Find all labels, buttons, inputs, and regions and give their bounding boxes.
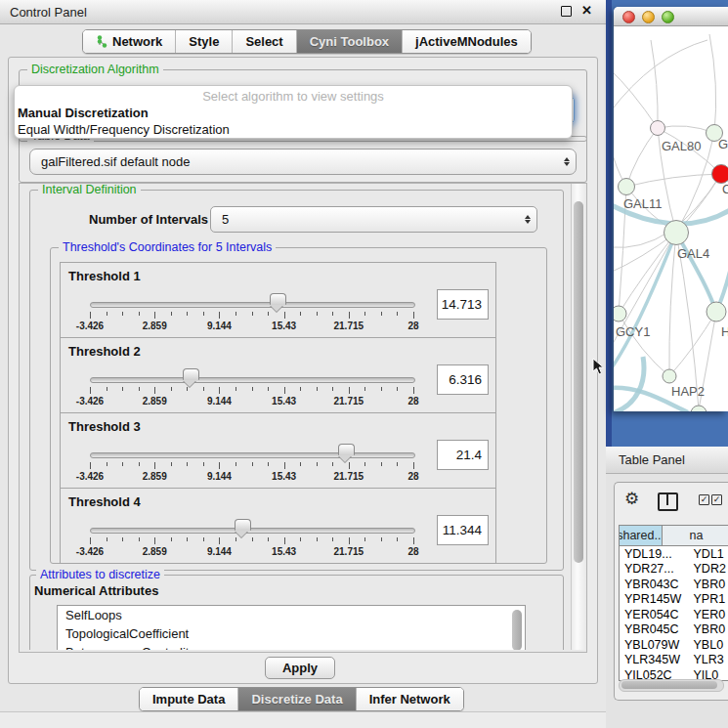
- slider-thumb[interactable]: [338, 444, 355, 455]
- number-of-intervals-combobox[interactable]: 5: [210, 206, 537, 233]
- table-cell-name[interactable]: YER0: [690, 608, 728, 621]
- table-cell-shared-name[interactable]: YBR043C: [620, 578, 690, 591]
- network-node[interactable]: [651, 121, 665, 136]
- network-node[interactable]: [712, 165, 728, 184]
- network-node[interactable]: [619, 179, 635, 195]
- slider-tick: [154, 312, 155, 319]
- network-edge-highlighted[interactable]: [676, 233, 716, 312]
- network-node[interactable]: [663, 369, 676, 383]
- tab-select[interactable]: Select: [232, 30, 295, 53]
- vertical-scrollbar-thumb[interactable]: [574, 201, 583, 563]
- threshold-value-field[interactable]: 6.316: [437, 364, 489, 395]
- slider-thumb[interactable]: [270, 293, 286, 305]
- columns-icon[interactable]: [658, 492, 678, 511]
- attribute-list-item[interactable]: TopologicalCoefficient: [58, 624, 525, 643]
- table-cell-shared-name[interactable]: YLR345W: [620, 653, 690, 666]
- column-header-shared-name[interactable]: shared...: [620, 526, 663, 545]
- dropdown-item-equal-width[interactable]: Equal Width/Frequency Discretization: [15, 121, 572, 138]
- column-header-name[interactable]: na: [663, 526, 728, 545]
- network-edge[interactable]: [669, 233, 676, 376]
- table-cell-name[interactable]: YLR3: [690, 653, 728, 666]
- table-cell-name[interactable]: YDR2: [690, 562, 728, 576]
- network-node[interactable]: [614, 306, 626, 321]
- tab-jactivemnodules[interactable]: jActiveMNodules: [402, 30, 531, 53]
- checkbox-icon[interactable]: ✓: [699, 494, 709, 505]
- minimize-traffic-light-icon[interactable]: [642, 11, 655, 23]
- table-cell-shared-name[interactable]: YBR045C: [620, 622, 690, 636]
- table-row[interactable]: YDL19...YDL1: [620, 546, 728, 562]
- table-row[interactable]: YDR27...YDR2: [620, 562, 728, 578]
- checkbox-icon[interactable]: ✓: [711, 494, 722, 505]
- table-cell-shared-name[interactable]: YER054C: [620, 608, 690, 621]
- zoom-traffic-light-icon[interactable]: [662, 11, 674, 23]
- network-edge[interactable]: [626, 174, 721, 187]
- subtab-discretize-data[interactable]: Discretize Data: [237, 688, 355, 710]
- table-cell-shared-name[interactable]: YPR145W: [620, 592, 690, 606]
- threshold-panel: Threshold 2-3.4262.8599.14415.4321.71528…: [60, 337, 496, 413]
- horizontal-scrollbar[interactable]: [619, 679, 724, 692]
- table-cell-name[interactable]: YDL1: [690, 547, 728, 561]
- network-edge-highlighted[interactable]: [614, 357, 644, 411]
- network-edge[interactable]: [626, 128, 658, 187]
- slider-thumb[interactable]: [183, 368, 199, 380]
- numerical-attributes-list[interactable]: SelfLoopsTopologicalCoefficientBetweenne…: [57, 605, 526, 650]
- threshold-value-field[interactable]: 14.713: [437, 289, 489, 320]
- slider-track[interactable]: [90, 377, 415, 383]
- slider-tick: [300, 312, 301, 316]
- list-scrollbar[interactable]: [512, 608, 523, 650]
- dropdown-prompt-item[interactable]: Select algorithm to view settings: [15, 89, 572, 105]
- table-cell-shared-name[interactable]: YBL079W: [620, 638, 690, 652]
- vertical-scrollbar[interactable]: [571, 184, 586, 650]
- slider-tick: [171, 387, 172, 391]
- table-cell-name[interactable]: YPR1: [690, 592, 728, 606]
- table-cell-name[interactable]: YBL0: [690, 638, 728, 652]
- attribute-list-item[interactable]: SelfLoops: [58, 606, 525, 624]
- slider-thumb[interactable]: [235, 519, 251, 531]
- table-cell-shared-name[interactable]: YDR27...: [620, 562, 690, 576]
- tab-style[interactable]: Style: [175, 30, 232, 53]
- slider-tick: [107, 312, 107, 316]
- subtab-infer-network[interactable]: Infer Network: [356, 688, 463, 710]
- table-row[interactable]: YLR345WYLR3: [620, 653, 728, 668]
- gear-icon[interactable]: ⚙: [624, 491, 639, 507]
- network-node[interactable]: [664, 221, 689, 245]
- tab-network[interactable]: Network: [83, 30, 175, 53]
- slider-track[interactable]: [90, 302, 415, 308]
- list-scrollbar-thumb[interactable]: [512, 610, 522, 650]
- network-node[interactable]: [707, 302, 726, 321]
- network-node[interactable]: [691, 406, 707, 411]
- float-window-icon[interactable]: [561, 6, 572, 17]
- slider-tick: [332, 312, 333, 316]
- network-canvas[interactable]: GAL80G.CGAL11GAL4GCY1HHAP2: [614, 26, 728, 411]
- table-cell-shared-name[interactable]: YDL19...: [620, 547, 690, 561]
- horizontal-scrollbar-thumb[interactable]: [621, 681, 717, 689]
- table-row[interactable]: YPR145WYPR1: [620, 592, 728, 608]
- slider-tick: [397, 387, 398, 391]
- subtab-impute-data[interactable]: Impute Data: [140, 688, 237, 710]
- apply-button[interactable]: Apply: [265, 657, 335, 679]
- combobox-stepper-icon[interactable]: [519, 215, 536, 224]
- network-graph[interactable]: GAL80G.CGAL11GAL4GCY1HHAP2: [614, 26, 728, 411]
- threshold-value-field[interactable]: 21.4: [437, 440, 489, 470]
- slider-track[interactable]: [90, 452, 415, 458]
- network-edge[interactable]: [709, 34, 716, 133]
- table-data-combobox[interactable]: galFiltered.sif default node: [29, 149, 577, 175]
- table-cell-name[interactable]: YBR0: [690, 622, 728, 636]
- slider-track[interactable]: [90, 528, 415, 534]
- dropdown-item-manual-discretization[interactable]: Manual Discretization: [15, 105, 572, 121]
- table-cell-name[interactable]: YBR0: [690, 578, 728, 591]
- combobox-stepper-icon[interactable]: [558, 157, 576, 166]
- network-edge[interactable]: [614, 40, 707, 112]
- slider-tick: [317, 312, 318, 316]
- table-body: YDL19...YDL1YDR27...YDR2YBR043CYBR0YPR14…: [620, 546, 728, 681]
- table-row[interactable]: YBL079WYBL0: [620, 637, 728, 653]
- tab-cyni-toolbox[interactable]: Cyni Toolbox: [296, 30, 402, 53]
- close-traffic-light-icon[interactable]: [622, 11, 635, 23]
- table-row[interactable]: YER054CYER0: [620, 607, 728, 622]
- table-row[interactable]: YBR045CYBR0: [620, 622, 728, 638]
- attribute-list-item[interactable]: BetweennessCentrality: [58, 643, 525, 650]
- threshold-value-field[interactable]: 11.344: [437, 515, 489, 545]
- close-icon[interactable]: ✕: [581, 5, 592, 17]
- network-edge[interactable]: [651, 40, 658, 128]
- table-row[interactable]: YBR043CYBR0: [620, 577, 728, 592]
